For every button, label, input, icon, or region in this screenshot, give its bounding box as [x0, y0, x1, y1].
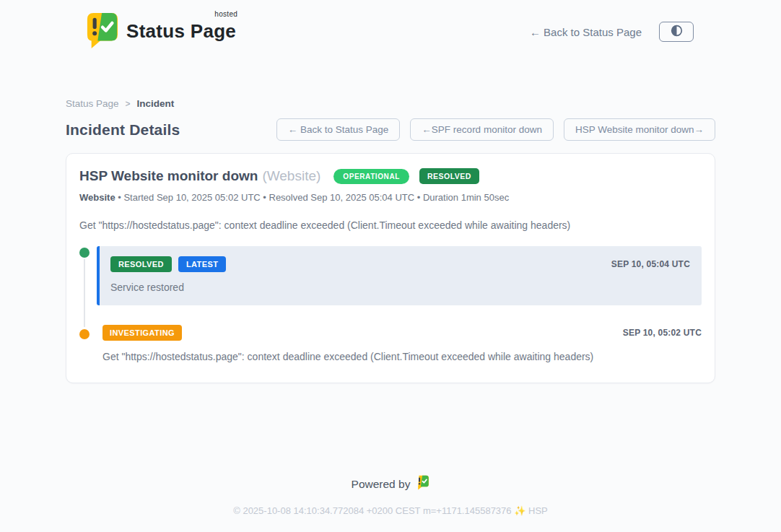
timeline-entry-investigating: INVESTIGATING SEP 10, 05:02 UTC Get "htt… — [79, 325, 702, 362]
brand-name: Status Page — [126, 20, 236, 42]
timeline-dot-investigating — [79, 329, 90, 339]
timeline-timestamp: SEP 10, 05:04 UTC — [611, 259, 690, 269]
copyright-text: © 2025-10-08 14:10:34.772084 +0200 CEST … — [233, 505, 511, 516]
incident-description: Get "https://hostedstatus.page": context… — [79, 219, 702, 231]
timeline-resolved-badge: RESOLVED — [110, 256, 172, 272]
contrast-half-circle-icon — [671, 25, 683, 39]
header-back-to-status-page-link[interactable]: ← Back to Status Page — [530, 26, 642, 38]
timeline-investigating-badge: INVESTIGATING — [102, 325, 182, 341]
page-footer: Powered by © 2025-10-08 14:10:34.772084 … — [0, 475, 781, 516]
copyright-line: © 2025-10-08 14:10:34.772084 +0200 CEST … — [0, 505, 781, 516]
theme-toggle-button[interactable] — [659, 22, 694, 42]
breadcrumb-separator: > — [126, 99, 131, 109]
powered-by: Powered by — [352, 475, 430, 493]
brand-wordmark: Status Page hosted — [126, 12, 236, 43]
timeline-latest-update-box: RESOLVED LATEST SEP 10, 05:04 UTC Servic… — [97, 246, 702, 305]
incident-details-card: HSP Website monitor down (Website) OPERA… — [66, 153, 715, 383]
incident-title: HSP Website monitor down — [79, 168, 258, 184]
previous-incident-button[interactable]: ←SPF record monitor down — [410, 118, 554, 141]
sparkles-icon: ✨ — [514, 505, 525, 516]
resolved-state-badge: RESOLVED — [419, 168, 479, 184]
incident-meta-component: Website — [79, 192, 115, 203]
timeline-dot-resolved — [79, 248, 90, 258]
timeline-message: Get "https://hostedstatus.page": context… — [102, 351, 702, 362]
copyright-suffix: HSP — [528, 505, 548, 516]
breadcrumb-incident: Incident — [137, 98, 175, 109]
site-header: Status Page hosted ← Back to Status Page — [66, 0, 715, 52]
back-to-status-page-button[interactable]: ← Back to Status Page — [276, 118, 401, 141]
breadcrumb: Status Page > Incident — [66, 98, 715, 109]
operational-status-badge: OPERATIONAL — [333, 169, 409, 184]
status-page-logo-icon — [86, 12, 119, 52]
incident-component: (Website) — [262, 168, 320, 184]
timeline-latest-badge: LATEST — [178, 256, 226, 272]
breadcrumb-status-page[interactable]: Status Page — [66, 98, 119, 109]
incident-meta-times: • Started Sep 10, 2025 05:02 UTC • Resol… — [115, 192, 510, 203]
incident-meta: Website • Started Sep 10, 2025 05:02 UTC… — [79, 192, 702, 203]
next-incident-button[interactable]: HSP Website monitor down→ — [564, 118, 715, 141]
timeline-entry-resolved: RESOLVED LATEST SEP 10, 05:04 UTC Servic… — [79, 246, 702, 305]
incident-nav-buttons: ← Back to Status Page ←SPF record monito… — [276, 118, 715, 141]
timeline-message: Service restored — [110, 282, 690, 293]
incident-timeline: RESOLVED LATEST SEP 10, 05:04 UTC Servic… — [79, 246, 702, 362]
status-page-mini-logo-icon[interactable] — [416, 475, 429, 493]
powered-by-label: Powered by — [352, 478, 411, 491]
page-title: Incident Details — [66, 121, 180, 139]
brand-superscript: hosted — [214, 10, 237, 18]
timeline-timestamp: SEP 10, 05:02 UTC — [623, 328, 702, 338]
brand-logo[interactable]: Status Page hosted — [86, 12, 236, 52]
